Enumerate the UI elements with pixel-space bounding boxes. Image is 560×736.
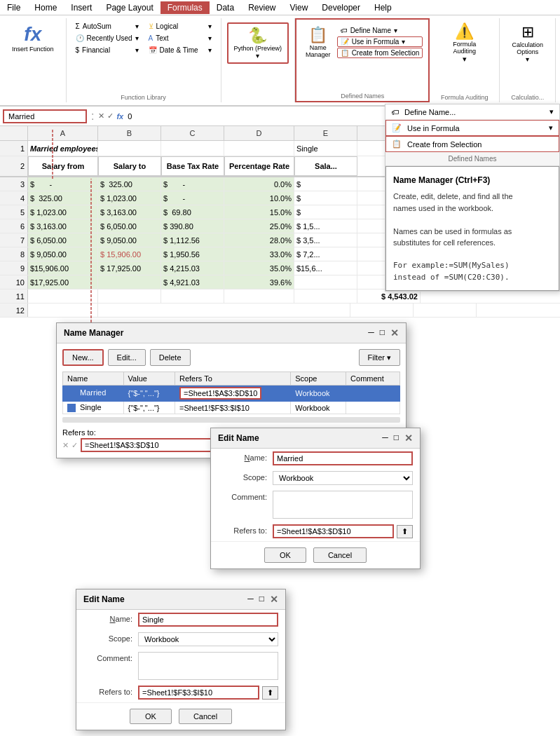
cell-e11[interactable]: [294, 289, 357, 303]
edit-name-close-married[interactable]: ✕: [404, 432, 413, 444]
cell-e3[interactable]: $: [294, 177, 357, 191]
name-manager-edit-button[interactable]: Edit...: [108, 349, 146, 366]
cell-e12[interactable]: [350, 304, 414, 317]
recently-used-button[interactable]: 🕐 Recently Used ▾: [72, 33, 142, 43]
cell-a4[interactable]: $ 325.00: [28, 191, 98, 205]
define-name-button[interactable]: 🏷 Define Name ▾: [337, 25, 423, 36]
name-manager-close[interactable]: ✕: [390, 327, 399, 339]
menu-view[interactable]: View: [283, 1, 315, 14]
cell-e8[interactable]: $ 7,2...: [294, 247, 357, 261]
nm-scrollbar[interactable]: [62, 417, 400, 423]
cell-a10[interactable]: $17,925.00: [28, 275, 98, 289]
define-name-popup-item[interactable]: 🏷 Define Name... ▾: [385, 104, 559, 120]
menu-insert[interactable]: Insert: [64, 1, 99, 14]
cell-a5[interactable]: $ 1,023.00: [28, 205, 98, 219]
menu-developer[interactable]: Developer: [315, 1, 367, 14]
cell-a9[interactable]: $15,906.00: [28, 261, 98, 275]
name-manager-button[interactable]: 📋 NameManager: [302, 24, 334, 60]
name-manager-minimize[interactable]: ─: [368, 327, 374, 339]
date-time-button[interactable]: 📅 Date & Time ▾: [145, 45, 215, 55]
header-b2[interactable]: Salary to: [98, 156, 161, 176]
cell-b8[interactable]: $ 15,906.00: [98, 247, 161, 261]
cell-b10[interactable]: [98, 275, 161, 289]
cell-d7[interactable]: 28.0%: [224, 233, 294, 247]
cell-f12[interactable]: [414, 304, 477, 317]
cell-c5[interactable]: $ 69.80: [161, 205, 224, 219]
cell-e5[interactable]: $: [294, 205, 357, 219]
edit-name-minimize-single[interactable]: ─: [247, 594, 254, 605]
cell-d6[interactable]: 25.0%: [224, 219, 294, 233]
cell-b5[interactable]: $ 3,163.00: [98, 205, 161, 219]
edit-name-maximize-single[interactable]: □: [259, 594, 264, 605]
header-e2[interactable]: Sala...: [294, 156, 357, 176]
header-d2[interactable]: Percentage Rate: [224, 156, 294, 176]
python-button[interactable]: 🐍 Python (Preview) ▾: [227, 22, 289, 64]
cell-b1[interactable]: [98, 141, 161, 156]
create-from-selection-button[interactable]: 📋 Create from Selection: [337, 48, 423, 58]
autosum-button[interactable]: Σ AutoSum ▾: [72, 21, 142, 32]
cell-e10[interactable]: [294, 275, 357, 289]
edit-name-name-input-married[interactable]: [273, 451, 413, 465]
calculation-options-button[interactable]: ⊞ CalculationOptions ▾: [507, 20, 549, 67]
insert-function-button[interactable]: fx Insert Function: [6, 20, 60, 57]
name-box[interactable]: Married: [3, 109, 87, 123]
edit-name-comment-input-single[interactable]: [138, 652, 278, 680]
table-row[interactable]: Single {"$-","..."} =Sheet1!$F$3:$I$10 W…: [63, 402, 400, 414]
cell-d10[interactable]: 39.6%: [224, 275, 294, 289]
cell-b3[interactable]: $ 325.00: [98, 177, 161, 191]
cell-b6[interactable]: $ 6,050.00: [98, 219, 161, 233]
name-manager-filter-button[interactable]: Filter ▾: [359, 349, 401, 366]
table-row[interactable]: Married {"$-","..."} =Sheet1!$A$3:$D$10 …: [63, 386, 400, 402]
cell-b11[interactable]: [98, 289, 161, 303]
cell-c4[interactable]: $ -: [161, 191, 224, 205]
edit-name-comment-input-married[interactable]: [273, 491, 413, 519]
cell-e1[interactable]: Single: [294, 141, 357, 156]
cell-c3[interactable]: $ -: [161, 177, 224, 191]
cell-e9[interactable]: $15,6...: [294, 261, 357, 275]
confirm-formula-icon[interactable]: ✓: [107, 111, 114, 121]
edit-name-ok-single[interactable]: OK: [130, 709, 172, 724]
cell-b9[interactable]: $ 17,925.00: [98, 261, 161, 275]
menu-review[interactable]: Review: [241, 1, 282, 14]
cell-b7[interactable]: $ 9,050.00: [98, 233, 161, 247]
edit-name-scope-select-married[interactable]: Workbook: [273, 471, 413, 485]
text-button[interactable]: A Text ▾: [145, 33, 215, 43]
edit-name-cancel-married[interactable]: Cancel: [313, 547, 367, 563]
cell-d11[interactable]: [224, 289, 294, 303]
use-in-formula-button[interactable]: 📝 Use in Formula ▾: [337, 36, 423, 47]
cell-d5[interactable]: 15.0%: [224, 205, 294, 219]
cell-b12[interactable]: [98, 304, 350, 317]
logical-button[interactable]: ⊻ Logical ▾: [145, 21, 215, 32]
cell-c11[interactable]: [161, 289, 224, 303]
menu-home[interactable]: Home: [27, 1, 64, 14]
use-in-formula-popup-item[interactable]: 📝 Use in Formula ▾: [385, 120, 559, 136]
insert-function-formula-icon[interactable]: fx: [116, 112, 123, 121]
edit-name-ok-married[interactable]: OK: [264, 547, 306, 563]
cell-e6[interactable]: $ 1,5...: [294, 219, 357, 233]
edit-name-refers-button-married[interactable]: ⬆: [397, 525, 413, 538]
cell-c6[interactable]: $ 390.80: [161, 219, 224, 233]
edit-name-refers-button-single[interactable]: ⬆: [262, 686, 278, 700]
name-manager-maximize[interactable]: □: [380, 327, 385, 339]
edit-name-name-input-single[interactable]: [138, 613, 278, 627]
edit-name-close-single[interactable]: ✕: [270, 594, 278, 605]
cell-d9[interactable]: 35.0%: [224, 261, 294, 275]
menu-file[interactable]: File: [0, 1, 27, 14]
edit-name-maximize-married[interactable]: □: [394, 432, 399, 444]
cell-a12[interactable]: [28, 304, 98, 317]
cell-c10[interactable]: $ 4,921.03: [161, 275, 224, 289]
menu-formulas[interactable]: Formulas: [161, 1, 210, 14]
cell-c7[interactable]: $ 1,112.56: [161, 233, 224, 247]
cell-e7[interactable]: $ 3,5...: [294, 233, 357, 247]
nm-confirm-icon[interactable]: ✓: [71, 441, 78, 450]
edit-name-refers-input-married[interactable]: [273, 524, 394, 538]
cell-a6[interactable]: $ 3,163.00: [28, 219, 98, 233]
menu-page-layout[interactable]: Page Layout: [99, 1, 160, 14]
cell-b4[interactable]: $ 1,023.00: [98, 191, 161, 205]
edit-name-refers-input-single[interactable]: [138, 686, 259, 700]
create-from-selection-popup-item[interactable]: 📋 Create from Selection: [385, 136, 559, 152]
menu-data[interactable]: Data: [210, 1, 241, 14]
cell-a7[interactable]: $ 6,050.00: [28, 233, 98, 247]
cell-c1[interactable]: [161, 141, 224, 156]
cell-a3[interactable]: $ -: [28, 177, 98, 191]
